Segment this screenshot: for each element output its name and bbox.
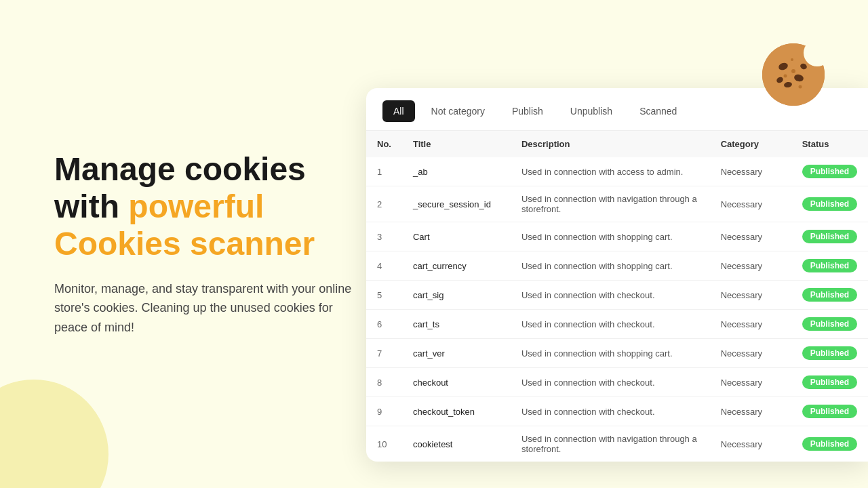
decorative-circle (0, 380, 108, 488)
svg-point-8 (791, 69, 795, 73)
col-header-no: No. (366, 131, 402, 157)
cell-description: Used in connection with navigation throu… (511, 186, 710, 222)
cell-category: Necessary (710, 426, 791, 462)
col-header-description: Description (511, 131, 710, 157)
cell-description: Used in connection with shopping cart. (511, 339, 710, 368)
status-badge: Published (802, 375, 857, 389)
status-badge: Published (802, 259, 857, 272)
svg-point-9 (784, 75, 787, 78)
cell-no: 1 (366, 157, 402, 186)
cell-description: Used in connection with navigation throu… (511, 426, 710, 462)
status-badge: Published (802, 346, 857, 360)
table-row: 10 cookietest Used in connection with na… (366, 426, 868, 462)
cell-no: 6 (366, 310, 402, 339)
cell-title: cart_sig (402, 281, 511, 310)
cell-status: Published (791, 222, 868, 251)
status-badge: Published (802, 317, 857, 331)
cell-description: Used in connection with shopping cart. (511, 251, 710, 281)
table-row: 2 _secure_session_id Used in connection … (366, 186, 868, 222)
cell-no: 8 (366, 368, 402, 397)
table-row: 3 Cart Used in connection with shopping … (366, 222, 868, 251)
cell-status: Published (791, 157, 868, 186)
status-badge: Published (802, 405, 857, 418)
table-row: 4 cart_currency Used in connection with … (366, 251, 868, 281)
svg-point-11 (791, 58, 793, 61)
table-row: 6 cart_ts Used in connection with checko… (366, 310, 868, 339)
cell-status: Published (791, 368, 868, 397)
col-header-status: Status (791, 131, 868, 157)
cell-no: 2 (366, 186, 402, 222)
cell-status: Published (791, 251, 868, 281)
cell-status: Published (791, 281, 868, 310)
tab-unpublish[interactable]: Unpublish (559, 100, 623, 122)
cell-category: Necessary (710, 368, 791, 397)
tab-not-category[interactable]: Not category (420, 100, 496, 122)
cell-title: checkout_token (402, 397, 511, 426)
status-badge: Published (802, 165, 857, 178)
cell-description: Used in connection with shopping cart. (511, 222, 710, 251)
svg-point-10 (799, 85, 802, 89)
table-row: 1 _ab Used in connection with access to … (366, 157, 868, 186)
table-row: 7 cart_ver Used in connection with shopp… (366, 339, 868, 368)
table-row: 9 checkout_token Used in connection with… (366, 397, 868, 426)
table-row: 8 checkout Used in connection with check… (366, 368, 868, 397)
cell-title: cart_ts (402, 310, 511, 339)
cell-title: _secure_session_id (402, 186, 511, 222)
table-header-row: No. Title Description Category Status (366, 131, 868, 157)
cell-category: Necessary (710, 397, 791, 426)
cell-status: Published (791, 339, 868, 368)
cell-no: 9 (366, 397, 402, 426)
cell-status: Published (791, 310, 868, 339)
cell-title: Cart (402, 222, 511, 251)
cell-description: Used in connection with checkout. (511, 281, 710, 310)
headline: Manage cookies with powerful Cookies sca… (54, 150, 353, 263)
status-badge: Published (802, 197, 857, 211)
headline-line3: Cookies scanner (54, 226, 315, 262)
headline-line2-prefix: with (54, 188, 128, 224)
cell-category: Necessary (710, 339, 791, 368)
cell-category: Necessary (710, 157, 791, 186)
status-badge: Published (802, 230, 857, 243)
cell-title: cart_currency (402, 251, 511, 281)
tab-publish[interactable]: Publish (501, 100, 554, 122)
cell-description: Used in connection with access to admin. (511, 157, 710, 186)
headline-highlight: powerful (128, 188, 264, 224)
subtext: Monitor, manage, and stay transparent wi… (54, 279, 353, 338)
cell-title: _ab (402, 157, 511, 186)
cell-category: Necessary (710, 222, 791, 251)
cell-category: Necessary (710, 310, 791, 339)
cell-category: Necessary (710, 251, 791, 281)
cell-status: Published (791, 426, 868, 462)
cell-category: Necessary (710, 281, 791, 310)
cookies-table: No. Title Description Category Status 1 … (366, 131, 868, 462)
cookie-icon (760, 41, 827, 108)
cell-title: checkout (402, 368, 511, 397)
tab-all[interactable]: All (382, 100, 415, 122)
cell-status: Published (791, 186, 868, 222)
left-panel: Manage cookies with powerful Cookies sca… (54, 150, 353, 338)
col-header-category: Category (710, 131, 791, 157)
cell-description: Used in connection with checkout. (511, 368, 710, 397)
cell-no: 3 (366, 222, 402, 251)
cell-no: 4 (366, 251, 402, 281)
cell-description: Used in connection with checkout. (511, 310, 710, 339)
cell-category: Necessary (710, 186, 791, 222)
status-badge: Published (802, 288, 857, 302)
cell-title: cart_ver (402, 339, 511, 368)
tab-scanned[interactable]: Scanned (629, 100, 688, 122)
table-row: 5 cart_sig Used in connection with check… (366, 281, 868, 310)
cell-no: 10 (366, 426, 402, 462)
status-badge: Published (802, 437, 857, 451)
cell-title: cookietest (402, 426, 511, 462)
col-header-title: Title (402, 131, 511, 157)
headline-line1: Manage cookies (54, 151, 306, 187)
cell-status: Published (791, 397, 868, 426)
cell-no: 7 (366, 339, 402, 368)
cell-no: 5 (366, 281, 402, 310)
cell-description: Used in connection with checkout. (511, 397, 710, 426)
table-card: All Not category Publish Unpublish Scann… (366, 88, 868, 462)
